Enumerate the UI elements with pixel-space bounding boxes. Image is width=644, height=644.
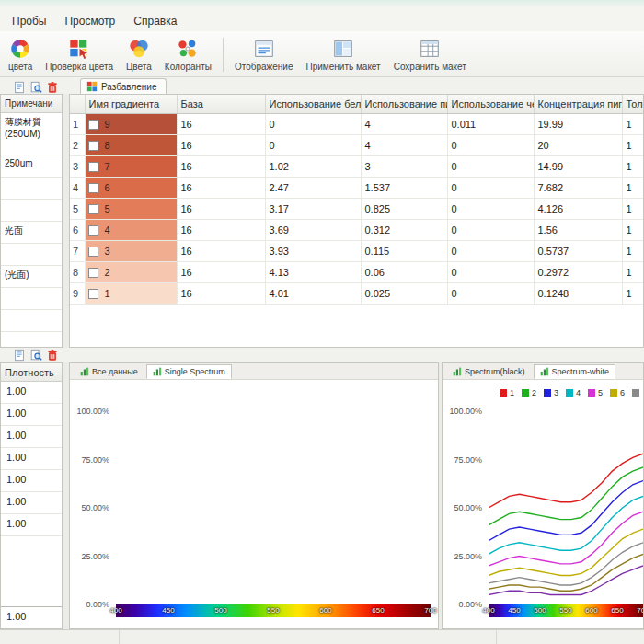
tab-dilution[interactable]: Разбавление [80,78,167,94]
gradient-row[interactable]: 2816040201 [70,134,644,155]
cell-black_use: 0 [447,240,534,261]
cell-base: 16 [177,177,265,198]
gradient-row[interactable]: 37161.023014.991 [70,155,644,177]
vertical-splitter[interactable] [63,94,69,348]
row-number: 9 [70,282,85,304]
note-row[interactable] [1,244,62,266]
chart-tab[interactable]: Single Spectrum [146,364,232,379]
column-header[interactable]: База [177,95,265,113]
row-checkbox[interactable] [88,247,98,257]
menu-item-1[interactable]: Пробы [4,13,54,29]
column-header[interactable]: Концентрация пиг [534,95,622,113]
chart-tab[interactable]: Spectrum(black) [446,364,532,379]
density-row[interactable]: 1.00 [1,404,62,426]
note-row[interactable]: (光面) [1,266,62,288]
delete-icon[interactable] [46,349,59,362]
note-row[interactable]: 薄膜材質 (250UM) [1,113,62,155]
row-checkbox[interactable] [88,204,98,214]
gradient-row[interactable]: 55163.170.82504.1261 [70,198,644,219]
save-layout-button[interactable]: Сохранить макет [387,33,473,76]
density-row[interactable]: 1.00 [1,492,62,514]
left-chart-tabs: Все данныеSingle Spectrum [70,363,438,380]
density-row[interactable]: 1.00 [1,470,62,492]
chart-icon [153,367,162,376]
note-row[interactable]: 250um [1,155,62,178]
new-document-icon[interactable] [13,349,26,362]
legend-item: 1 [500,388,514,397]
color-wheel-button[interactable]: цвета [2,33,39,76]
row-number: 4 [70,177,85,198]
new-document-icon[interactable] [13,81,26,94]
gradient-row[interactable]: 73163.930.11500.57371 [70,240,644,261]
y-tick-label: 75.00% [81,455,109,465]
gradient-swatch-cell: 3 [85,240,177,261]
chart-icon [453,367,462,376]
column-header[interactable]: Использование чер [447,95,534,113]
toolbar-button-label: Цвета [126,62,152,72]
density-row[interactable]: 1.00 [1,426,62,448]
display-button[interactable]: Отображение [228,33,300,76]
column-header[interactable]: Использование бел [265,95,361,113]
left-chart-plot-area: 400450500550600650700 [116,411,431,617]
gradient-row[interactable]: 64163.690.31201.561 [70,219,644,240]
column-header[interactable]: Имя градиента [85,95,177,113]
preview-icon[interactable] [29,349,42,362]
row-checkbox[interactable] [88,162,98,172]
row-checkbox[interactable] [88,183,98,193]
cell-black_use: 0 [447,261,534,282]
cell-black_use: 0 [447,155,534,177]
colorants-button[interactable]: Колоранты [158,33,218,76]
menu-item-2[interactable]: Просмотр [56,13,123,29]
chart-tab[interactable]: Spectrum-white [534,364,616,379]
y-tick-label: 0.00% [458,600,482,609]
right-chart-plot-area: 400450500550600650700 [489,411,643,617]
spectrum-colorbar-2: 400450500550600650700 [489,604,643,617]
spectrum-curves-plot: 123456789 100.00%75.00%50.00%25.00%0.00%… [443,380,643,628]
legend-item: 7 [632,388,641,397]
dilution-icon [86,81,98,92]
gradient-name: 1 [105,288,110,299]
row-checkbox[interactable] [88,225,98,236]
density-body: 1.001.001.001.001.001.001.00 [1,382,62,536]
preview-icon[interactable] [29,81,42,94]
single-spectrum-chart-panel: Все данныеSingle Spectrum 100.00%75.00%5… [69,362,439,629]
cell-thickness: 1 [622,261,644,282]
row-checkbox[interactable] [88,268,98,278]
density-row[interactable]: 1.00 [1,382,62,404]
chart-icon [80,367,89,376]
row-checkbox[interactable] [88,289,98,299]
cell-pigment_use: 0.825 [361,198,447,219]
cell-pigment_conc: 0.1248 [534,282,622,304]
x-tick-label: 500 [214,606,226,615]
row-checkbox[interactable] [88,141,98,151]
column-header[interactable]: Использование пиг [361,95,447,113]
delete-icon[interactable] [46,81,59,94]
note-row[interactable]: 光面 [1,222,62,244]
row-checkbox[interactable] [88,120,98,130]
palette-button[interactable]: Цвета [120,33,158,76]
gradient-swatch-cell: 1 [85,282,177,304]
vertical-splitter-2[interactable] [63,362,69,629]
note-row[interactable] [1,310,62,332]
gradient-row[interactable]: 91164.010.02500.12481 [70,282,644,304]
gradient-row[interactable]: 82164.130.0600.29721 [70,261,644,282]
legend-swatch [566,389,573,397]
apply-layout-button[interactable]: Применить макет [300,33,387,76]
density-row[interactable]: 1.00 [1,514,62,536]
gradient-row[interactable]: 46162.471.53707.6821 [70,177,644,198]
note-row[interactable] [1,200,62,222]
column-header[interactable]: Тол [622,95,644,113]
legend-item: 4 [566,388,581,397]
density-row[interactable]: 1.00 [1,448,62,470]
menu-item-3[interactable]: Справка [125,13,185,29]
toolbar-separator [223,38,224,72]
note-row[interactable] [1,288,62,310]
chart-tab-label: Все данные [92,367,138,376]
note-row[interactable] [1,178,62,200]
chart-tab[interactable]: Все данные [74,364,144,379]
color-check-button[interactable]: Проверка цвета [39,33,120,76]
gradient-row[interactable]: 1916040.01119.991 [70,113,644,134]
y-tick-label: 25.00% [454,552,482,561]
legend-item: 2 [522,388,536,397]
density-mini-toolbar [0,349,69,362]
